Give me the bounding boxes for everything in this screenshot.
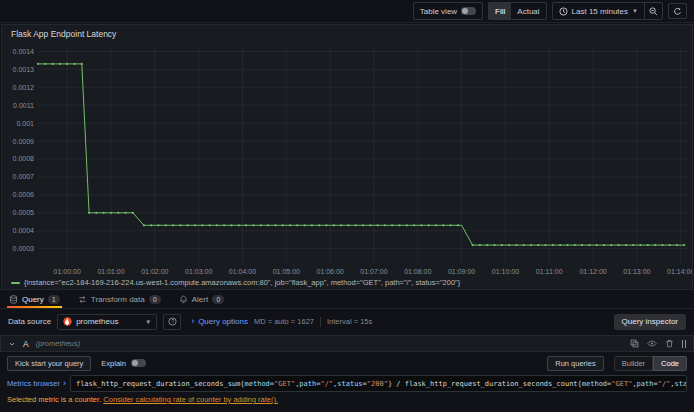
- kick-start-query-button[interactable]: Kick start your query: [7, 356, 91, 371]
- tab-alert-count: 0: [212, 295, 224, 304]
- time-range-label: Last 15 minutes: [572, 7, 628, 16]
- svg-text:0.0008: 0.0008: [13, 155, 35, 162]
- time-range-picker[interactable]: Last 15 minutes ▼: [553, 3, 644, 19]
- table-view-group: Table view: [413, 2, 483, 20]
- legend-label[interactable]: {instance="ec2-184-169-216-224.us-west-1…: [24, 278, 460, 287]
- datasource-picker[interactable]: prometheus ▼: [57, 314, 157, 330]
- svg-text:01:09:00: 01:09:00: [448, 268, 475, 275]
- promql-input[interactable]: flask_http_request_duration_seconds_sum{…: [70, 375, 687, 392]
- query-ref-id: A: [23, 339, 29, 349]
- tab-transform-count: 0: [149, 295, 161, 304]
- chevron-down-icon[interactable]: [8, 340, 16, 348]
- bell-icon: [179, 295, 188, 304]
- transform-icon: [78, 295, 87, 304]
- help-circle-icon: ?: [168, 317, 177, 326]
- chevron-right-icon: ›: [191, 317, 194, 326]
- svg-text:01:12:00: 01:12:00: [579, 268, 606, 275]
- interval-summary: Interval = 15s: [327, 317, 372, 326]
- svg-text:0.0005: 0.0005: [13, 209, 35, 216]
- top-toolbar: Table view Fill Actual Last 15 minutes ▼: [0, 0, 694, 23]
- svg-text:01:13:00: 01:13:00: [623, 268, 650, 275]
- svg-text:01:07:00: 01:07:00: [360, 268, 387, 275]
- query-row-header[interactable]: A (prometheus): [0, 335, 694, 352]
- eye-icon[interactable]: [647, 339, 657, 348]
- grafana-panel-edit-screen: Table view Fill Actual Last 15 minutes ▼: [0, 0, 694, 412]
- tab-transform-label: Transform data: [91, 295, 145, 304]
- query-datasource-hint: (prometheus): [36, 339, 81, 348]
- metrics-browser-label: Metrics browser: [7, 379, 60, 388]
- datasource-help-button[interactable]: ?: [163, 314, 181, 330]
- clock-icon: [559, 7, 568, 16]
- latency-chart[interactable]: 0.00030.00040.00050.00060.00070.00080.00…: [2, 41, 692, 277]
- svg-text:01:14:00: 01:14:00: [667, 268, 692, 275]
- metrics-browser-toggle[interactable]: Metrics browser ›: [7, 375, 66, 392]
- latency-chart-wrap: 0.00030.00040.00050.00060.00070.00080.00…: [2, 41, 692, 277]
- fill-actual-group: Fill Actual: [488, 2, 546, 20]
- actual-button[interactable]: Actual: [511, 3, 545, 19]
- chevron-right-icon: ›: [63, 379, 66, 388]
- table-view-switch[interactable]: [461, 7, 476, 15]
- query-row-actions: [630, 339, 687, 348]
- query-options-toggle[interactable]: › Query options: [191, 317, 248, 326]
- svg-text:?: ?: [171, 319, 174, 324]
- explain-switch[interactable]: [131, 359, 146, 367]
- editor-mode-switch: Builder Code: [614, 356, 687, 371]
- query-inspector-button[interactable]: Query inspector: [614, 314, 686, 330]
- svg-text:0.0006: 0.0006: [13, 191, 35, 198]
- table-view-label: Table view: [420, 7, 457, 16]
- svg-text:0.0012: 0.0012: [13, 84, 35, 91]
- svg-text:01:10:00: 01:10:00: [492, 268, 519, 275]
- run-queries-button[interactable]: Run queries: [547, 356, 603, 371]
- query-options-row: › Options Legend: Auto Format: Time seri…: [0, 404, 694, 412]
- svg-text:0.0004: 0.0004: [13, 227, 35, 234]
- svg-text:01:03:00: 01:03:00: [185, 268, 212, 275]
- svg-text:0.0009: 0.0009: [13, 138, 35, 145]
- svg-text:0.0003: 0.0003: [13, 245, 35, 252]
- svg-text:01:01:00: 01:01:00: [97, 268, 124, 275]
- magnifier-minus-icon: [649, 7, 658, 16]
- legend: {instance="ec2-184-169-216-224.us-west-1…: [11, 278, 460, 287]
- time-picker-group: Last 15 minutes ▼: [552, 2, 663, 20]
- tab-query-count: 1: [48, 295, 60, 304]
- datasource-row: Data source prometheus ▼ ? › Query optio…: [0, 311, 694, 332]
- legend-swatch[interactable]: [11, 282, 20, 284]
- query-options-label: Query options: [198, 317, 248, 326]
- refresh-button[interactable]: [668, 3, 687, 19]
- tab-query-label: Query: [22, 295, 44, 304]
- svg-text:0.0014: 0.0014: [13, 48, 35, 55]
- tab-query[interactable]: Query 1: [9, 291, 60, 308]
- duplicate-icon[interactable]: [630, 339, 639, 348]
- panel-edit-tabs: Query 1 Transform data 0 Alert 0: [0, 291, 694, 309]
- datasource-label: Data source: [8, 317, 51, 326]
- max-datapoints-summary: MD = auto = 1627: [254, 317, 314, 326]
- tab-alert-label: Alert: [192, 295, 208, 304]
- warning-rate-link[interactable]: Consider calculating rate of counter by …: [103, 395, 278, 404]
- explain-label: Explain: [101, 359, 126, 368]
- fill-button[interactable]: Fill: [489, 3, 511, 19]
- explain-toggle[interactable]: Explain: [101, 359, 146, 368]
- query-toolbar: Kick start your query Explain Run querie…: [0, 355, 694, 371]
- counter-warning: Selected metric is a counter. Consider c…: [0, 392, 694, 404]
- drag-handle-icon[interactable]: [682, 340, 687, 348]
- svg-text:01:00:00: 01:00:00: [54, 268, 81, 275]
- datasource-name: prometheus: [76, 317, 141, 326]
- table-view-toggle[interactable]: Table view: [414, 3, 482, 19]
- warning-text: Selected metric is a counter.: [7, 395, 101, 404]
- svg-text:0.0011: 0.0011: [13, 102, 34, 109]
- code-mode-button[interactable]: Code: [653, 356, 687, 371]
- promql-expression: flask_http_request_duration_seconds_sum{…: [76, 380, 687, 388]
- svg-text:01:06:00: 01:06:00: [317, 268, 344, 275]
- zoom-out-button[interactable]: [644, 3, 662, 19]
- trash-icon[interactable]: [665, 339, 674, 348]
- builder-mode-button[interactable]: Builder: [614, 356, 653, 371]
- svg-text:01:02:00: 01:02:00: [141, 268, 168, 275]
- tab-alert[interactable]: Alert 0: [179, 291, 224, 308]
- svg-text:0.0013: 0.0013: [13, 66, 35, 73]
- svg-text:01:08:00: 01:08:00: [404, 268, 431, 275]
- svg-text:01:05:00: 01:05:00: [273, 268, 300, 275]
- svg-text:01:11:00: 01:11:00: [536, 268, 563, 275]
- database-icon: [9, 295, 18, 304]
- query-editor-card: A (prometheus) Kick start your query Exp…: [0, 335, 694, 412]
- tab-transform-data[interactable]: Transform data 0: [78, 291, 161, 308]
- chevron-down-icon: ▼: [145, 319, 151, 325]
